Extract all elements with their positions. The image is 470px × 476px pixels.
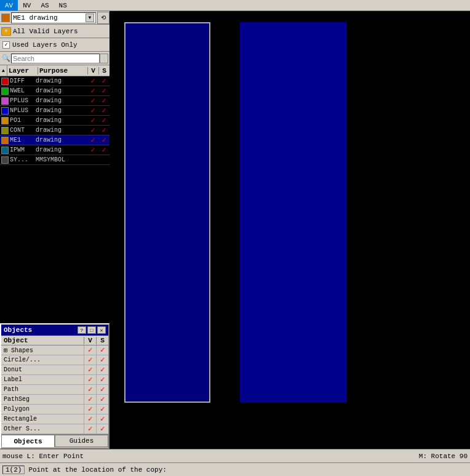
layer-v-check[interactable]: ✓ [87, 116, 98, 125]
layer-s-check[interactable]: ✓ [98, 116, 110, 125]
layer-table-header: ▲ Layer Purpose V S [0, 65, 110, 76]
search-input[interactable] [11, 54, 100, 63]
list-item[interactable]: Donut ✓ ✓ [1, 365, 108, 375]
object-v-check[interactable]: ✓ [84, 355, 96, 365]
layer-s-check[interactable]: ✓ [98, 86, 110, 95]
layer-s-check[interactable]: ✓ [98, 76, 110, 86]
object-s-check[interactable]: ✓ [96, 424, 108, 434]
menu-av[interactable]: AV [0, 0, 18, 10]
layer-dropdown[interactable]: ME1 drawing ▼ [11, 12, 96, 23]
object-s-check[interactable]: ✓ [96, 355, 108, 365]
object-s-check[interactable]: ✓ [96, 405, 108, 414]
table-row[interactable]: IPWM drawing ✓ ✓ [0, 145, 110, 155]
layer-purpose-cell: drawing [34, 107, 87, 114]
layer-color-swatch [1, 117, 9, 124]
restore-button[interactable]: □ [87, 326, 96, 334]
layer-s-check[interactable]: ✓ [98, 96, 110, 105]
layer-v-check[interactable]: ✓ [87, 145, 98, 155]
object-name-cell: Other S... [1, 426, 84, 432]
layer-purpose-cell: drawing [34, 97, 87, 104]
bottom-message: Point at the location of the copy: [28, 466, 166, 474]
layer-icon-btn[interactable]: ⟲ [97, 12, 110, 24]
close-button[interactable]: ✕ [97, 326, 106, 334]
used-layers-checkbox[interactable]: ✓ [2, 41, 10, 49]
table-row[interactable]: CONT drawing ✓ ✓ [0, 126, 110, 135]
table-row[interactable]: DIFF drawing ✓ ✓ [0, 76, 110, 86]
object-s-check[interactable]: ✓ [96, 395, 108, 404]
layer-v-check[interactable]: ✓ [87, 96, 98, 105]
table-row[interactable]: ME1 drawing ✓ ✓ [0, 135, 110, 145]
layer-s-check[interactable]: ✓ [98, 145, 110, 155]
object-v-check[interactable]: ✓ [84, 375, 96, 384]
object-v-check[interactable]: ✓ [84, 405, 96, 414]
search-icon: 🔍 [1, 54, 11, 63]
object-v-check[interactable]: ✓ [84, 395, 96, 404]
list-item[interactable]: Circle/... ✓ ✓ [1, 355, 108, 365]
layer-s-check[interactable]: ✓ [98, 106, 110, 115]
object-s-check[interactable]: ✓ [96, 414, 108, 424]
objects-table-header: Object V S [1, 336, 108, 345]
object-s-check[interactable]: ✓ [96, 375, 108, 384]
object-v-check[interactable]: ✓ [84, 424, 96, 434]
object-v-check[interactable]: ✓ [84, 385, 96, 394]
object-s-check[interactable]: ✓ [96, 345, 108, 355]
list-item[interactable]: Other S... ✓ ✓ [1, 424, 108, 434]
tab-objects[interactable]: Objects [1, 435, 55, 447]
layer-purpose-cell: drawing [34, 87, 87, 94]
search-dropdown-arrow[interactable]: ▼ [100, 54, 108, 63]
object-s-check[interactable]: ✓ [96, 365, 108, 374]
canvas-blue-right [240, 22, 347, 403]
object-v-check[interactable]: ✓ [84, 365, 96, 374]
layer-v-check[interactable]: ✓ [87, 135, 98, 145]
layer-color-swatch [1, 127, 9, 134]
layer-name-cell: IPWM [10, 147, 34, 153]
object-name-cell: ⊞ Shapes [1, 347, 84, 354]
list-item[interactable]: Path ✓ ✓ [1, 385, 108, 395]
layer-dropdown-value: ME1 drawing [13, 14, 86, 22]
object-s-check[interactable]: ✓ [96, 385, 108, 394]
layer-v-check[interactable]: ✓ [87, 86, 98, 95]
list-item[interactable]: Polygon ✓ ✓ [1, 405, 108, 414]
layer-name-cell: NPLUS [10, 107, 34, 114]
list-item[interactable]: ⊞ Shapes ✓ ✓ [1, 345, 108, 355]
objects-panel-title: Objects [4, 326, 32, 334]
filter-row: ▼ All Valid Layers [0, 25, 110, 38]
object-name-cell: Polygon [1, 406, 84, 413]
layer-name-cell: PPLUS [10, 97, 34, 104]
object-name-cell: Circle/... [1, 357, 84, 363]
bottom-bar: 1(2) Point at the location of the copy: [0, 462, 470, 476]
menu-nv[interactable]: NV [18, 0, 36, 10]
layer-v-check[interactable]: ✓ [87, 106, 98, 115]
layer-name-cell: NWEL [10, 87, 34, 94]
table-row[interactable]: SY... MMSYMBOL [0, 155, 110, 165]
menu-ns[interactable]: NS [54, 0, 72, 10]
used-layers-label: Used Layers Only [12, 41, 78, 49]
list-item[interactable]: PathSeg ✓ ✓ [1, 395, 108, 405]
s-col-header: S [98, 67, 110, 75]
layer-purpose-cell: drawing [34, 78, 87, 84]
menu-as[interactable]: AS [36, 0, 54, 10]
tab-guides[interactable]: Guides [55, 435, 108, 447]
table-row[interactable]: NPLUS drawing ✓ ✓ [0, 106, 110, 116]
table-row[interactable]: NWEL drawing ✓ ✓ [0, 86, 110, 96]
canvas-outline-left [124, 22, 210, 403]
layer-s-check[interactable]: ✓ [98, 126, 110, 135]
layer-s-check[interactable]: ✓ [98, 135, 110, 145]
help-button[interactable]: ? [78, 326, 86, 334]
object-v-check[interactable]: ✓ [84, 414, 96, 424]
filter-label: All Valid Layers [13, 28, 108, 35]
layer-v-check[interactable]: ✓ [87, 76, 98, 86]
search-row: 🔍 ▼ [0, 52, 110, 65]
layer-name-cell: PO1 [10, 117, 34, 124]
v-col-header: V [87, 67, 98, 75]
layer-dropdown-arrow[interactable]: ▼ [86, 14, 94, 22]
sort-button[interactable]: ▲ [0, 65, 7, 76]
list-item[interactable]: Label ✓ ✓ [1, 375, 108, 385]
table-row[interactable]: PO1 drawing ✓ ✓ [0, 116, 110, 126]
list-item[interactable]: Rectangle ✓ ✓ [1, 414, 108, 424]
layer-v-check[interactable]: ✓ [87, 126, 98, 135]
filter-icon: ▼ [1, 27, 11, 36]
titlebar-buttons: ? □ ✕ [78, 326, 106, 334]
table-row[interactable]: PPLUS drawing ✓ ✓ [0, 96, 110, 106]
object-v-check[interactable]: ✓ [84, 345, 96, 355]
